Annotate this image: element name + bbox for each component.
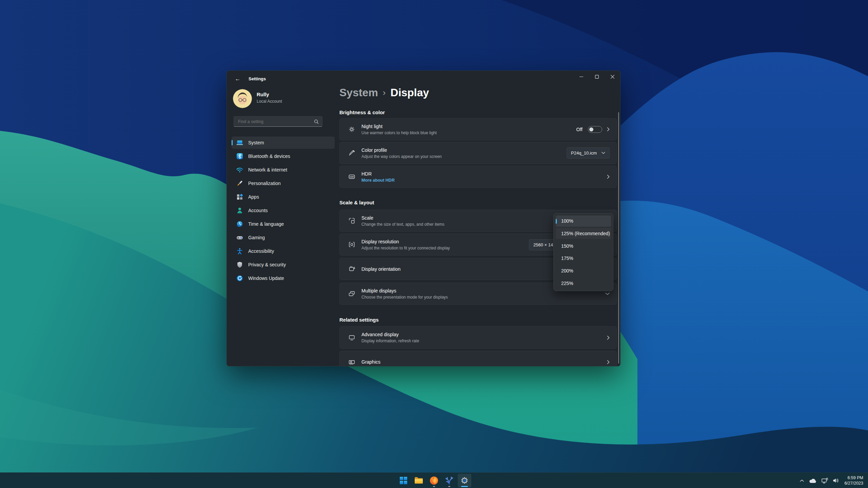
tray-overflow-button[interactable] — [797, 474, 806, 487]
scale-option-100[interactable]: 100% — [556, 216, 611, 227]
onedrive-icon — [809, 478, 817, 483]
sidebar-item-label: Windows Update — [248, 276, 284, 281]
row-title: Display orientation — [361, 266, 400, 272]
night-light-row[interactable]: Night light Use warmer colors to help bl… — [339, 118, 617, 140]
advanced-display-row[interactable]: Advanced display Display information, re… — [339, 326, 617, 349]
color-profile-dropdown[interactable]: P24q_10.icm — [567, 147, 610, 159]
sidebar-item-label: Gaming — [248, 235, 265, 240]
row-title: Night light — [361, 124, 437, 129]
display-resolution-value: 2560 × 14 — [533, 242, 553, 247]
row-title: Scale — [361, 215, 445, 221]
minimize-button[interactable] — [573, 71, 589, 82]
sidebar-item-label: Personalization — [248, 181, 281, 186]
scale-option-200[interactable]: 200% — [556, 265, 611, 277]
sidebar-item-accounts[interactable]: Accounts — [232, 204, 335, 217]
search-box[interactable] — [234, 116, 322, 127]
close-button[interactable] — [605, 71, 620, 82]
graphics-row[interactable]: Graphics — [339, 351, 617, 366]
coral-app-button[interactable] — [442, 474, 456, 487]
sidebar-item-network-internet[interactable]: Network & internet — [232, 164, 335, 176]
more-about-hdr-link[interactable]: More about HDR — [361, 178, 395, 183]
sidebar-item-privacy-security[interactable]: Privacy & security — [232, 259, 335, 271]
option-label: 175% — [561, 256, 573, 261]
breadcrumb-system[interactable]: System — [339, 86, 378, 99]
row-subtitle: Display information, refresh rate — [361, 339, 419, 343]
scale-option-150[interactable]: 150% — [556, 240, 611, 251]
sidebar-item-accessibility[interactable]: Accessibility — [232, 245, 335, 257]
hdr-icon: HDR — [348, 173, 355, 181]
chevron-down-icon — [605, 292, 610, 295]
start-icon — [399, 476, 408, 485]
close-icon — [611, 75, 614, 79]
accounts-icon — [236, 207, 243, 214]
row-title: Color profile — [361, 147, 442, 153]
chevron-up-icon — [800, 480, 804, 482]
network-tray-button[interactable] — [819, 474, 830, 487]
row-subtitle: Adjust the way colors appear on your scr… — [361, 154, 442, 159]
scale-icon — [348, 217, 355, 225]
settings-taskbar-button[interactable]: ⚙ — [458, 474, 471, 487]
page-title: Display — [391, 86, 429, 99]
row-subtitle: Adjust the resolution to fit your connec… — [361, 246, 450, 250]
color-profile-icon — [348, 149, 355, 157]
user-name: Rully — [257, 92, 269, 97]
sidebar-item-label: System — [248, 140, 264, 145]
row-title: Display resolution — [361, 239, 450, 244]
scale-option-175[interactable]: 175% — [556, 253, 611, 264]
personalization-icon — [236, 180, 243, 187]
toggle-knob — [589, 127, 593, 131]
sidebar-item-personalization[interactable]: Personalization — [232, 177, 335, 189]
volume-tray-button[interactable] — [830, 474, 842, 487]
apps-icon — [236, 193, 243, 201]
privacy-security-icon — [236, 261, 243, 268]
row-title: Advanced display — [361, 332, 419, 337]
sidebar-item-system[interactable]: System — [232, 137, 335, 149]
sidebar-item-label: Apps — [248, 194, 259, 200]
chevron-right-icon — [607, 127, 610, 131]
user-account-type: Local Account — [257, 99, 282, 104]
advanced-display-icon — [348, 334, 355, 341]
sidebar-item-windows-update[interactable]: Windows Update — [232, 272, 335, 284]
time-language-icon — [236, 220, 243, 228]
row-title: Graphics — [361, 359, 380, 365]
scale-option-225[interactable]: 225% — [556, 278, 611, 289]
settings-window: ← Settings Rully Local Account — [226, 70, 620, 366]
scrollbar[interactable] — [618, 112, 619, 364]
graphics-icon — [348, 358, 355, 366]
multiple-displays-icon — [348, 290, 355, 298]
option-label: 150% — [561, 243, 573, 249]
file-explorer-button[interactable] — [412, 474, 426, 487]
hdr-row[interactable]: HDR HDR More about HDR — [339, 166, 617, 188]
maximize-button[interactable] — [589, 71, 605, 82]
sidebar-item-label: Privacy & security — [248, 262, 286, 267]
selected-indicator — [232, 140, 233, 145]
avatar[interactable] — [233, 89, 252, 108]
firefox-button[interactable] — [427, 474, 441, 487]
taskbar-clock[interactable]: 6:59 PM 6/27/2023 — [842, 475, 865, 486]
option-label: 125% (Recommended) — [561, 231, 610, 236]
option-label: 200% — [561, 268, 573, 273]
sidebar-item-bluetooth-devices[interactable]: Bluetooth & devices — [232, 150, 335, 162]
row-subtitle: Change the size of text, apps, and other… — [361, 222, 445, 227]
chevron-down-icon — [601, 152, 605, 154]
tray-date: 6/27/2023 — [844, 481, 863, 486]
sidebar-item-gaming[interactable]: Gaming — [232, 231, 335, 244]
scale-option-125-recommended[interactable]: 125% (Recommended) — [556, 228, 611, 239]
running-indicator — [448, 486, 450, 487]
back-arrow-icon: ← — [235, 76, 241, 82]
sidebar-item-label: Bluetooth & devices — [248, 154, 290, 159]
sidebar-item-apps[interactable]: Apps — [232, 191, 335, 203]
breadcrumb: System › Display — [339, 86, 429, 99]
search-input[interactable] — [237, 119, 314, 124]
section-related-settings: Related settings — [339, 317, 379, 323]
onedrive-tray-button[interactable] — [806, 474, 819, 487]
back-button[interactable]: ← — [232, 74, 244, 84]
sidebar-item-time-language[interactable]: Time & language — [232, 218, 335, 230]
start-button[interactable] — [397, 474, 410, 487]
tray-time: 6:59 PM — [847, 475, 863, 481]
sidebar-item-label: Time & language — [248, 221, 284, 227]
sidebar-item-label: Accessibility — [248, 248, 274, 254]
night-light-toggle[interactable] — [588, 126, 602, 133]
color-profile-row[interactable]: Color profile Adjust the way colors appe… — [339, 142, 617, 164]
active-indicator — [461, 486, 468, 487]
